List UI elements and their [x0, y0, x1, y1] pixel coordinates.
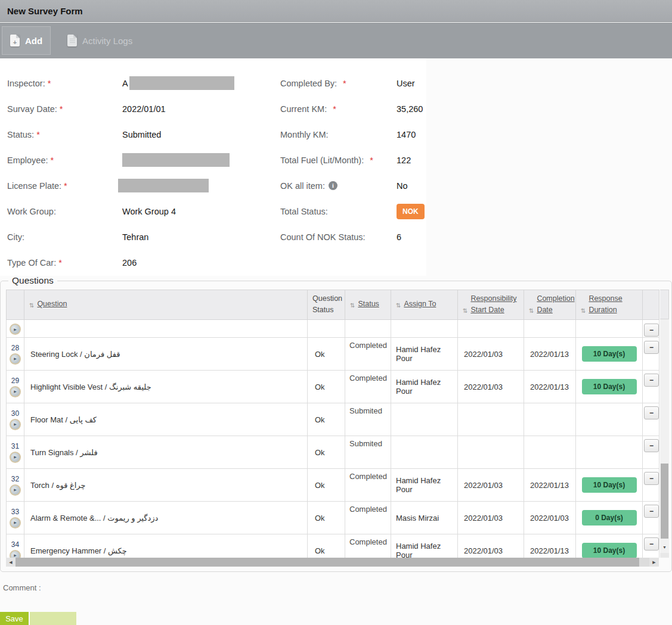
row-minus-button[interactable]: − [644, 472, 659, 485]
assign-to-cell: Hamid Hafez Pour [391, 534, 458, 558]
questions-table: ⇅Question Question Status ⇅Status ⇅Assig… [6, 290, 659, 558]
row-actions-cell: − [643, 371, 659, 403]
nok-status-badge: NOK [397, 204, 425, 219]
assign-to-cell: Hamid Hafez Pour [391, 338, 458, 371]
response-duration-badge[interactable]: 0 Day(s) [582, 510, 637, 526]
question-cell: Floor Mat / کف پایی [24, 403, 308, 436]
minus-icon: − [649, 540, 654, 548]
row-header-cell: 29 ▶ [7, 371, 24, 403]
vertical-scrollbar-thumb[interactable] [661, 464, 668, 539]
field-value: 122 [397, 156, 411, 165]
col-header-assign-to[interactable]: ⇅Assign To [391, 290, 458, 320]
sort-icon[interactable]: ⇅ [529, 307, 534, 315]
col-header-response-duration[interactable]: ⇅Response Duration [576, 290, 643, 320]
history-icon[interactable]: ▶ [10, 452, 21, 463]
scroll-down-arrow-icon[interactable]: ▼ [660, 541, 669, 553]
row-minus-button[interactable]: − [644, 341, 659, 354]
activity-logs-button[interactable]: Activity Logs [67, 26, 132, 55]
row-actions-cell: − [643, 338, 659, 371]
response-duration-cell: 10 Day(s) [576, 338, 643, 371]
row-minus-button[interactable]: − [644, 505, 659, 518]
scroll-left-arrow-icon[interactable]: ◀ [6, 558, 16, 567]
question-status-cell: Ok [308, 338, 345, 371]
required-asterisk: * [333, 104, 336, 114]
responsibility-start-date-cell [458, 436, 524, 469]
sort-icon[interactable]: ⇅ [581, 307, 586, 315]
info-icon[interactable]: i [329, 181, 337, 190]
sort-icon[interactable]: ⇅ [350, 301, 355, 310]
response-duration-badge[interactable]: 10 Day(s) [582, 477, 637, 493]
history-icon[interactable]: ▶ [10, 550, 21, 558]
history-icon[interactable]: ▶ [10, 353, 21, 365]
col-header-status[interactable]: ⇅Status [345, 290, 391, 320]
assign-to-cell: Hamid Hafez Pour [391, 371, 458, 403]
sort-icon[interactable]: ⇅ [463, 307, 467, 315]
row-number: 33 [7, 508, 24, 516]
row-actions-cell: − [643, 403, 659, 436]
row-number: 31 [7, 442, 24, 450]
play-icon: ▶ [14, 554, 17, 557]
vertical-scrollbar[interactable]: ▼ [660, 290, 669, 558]
row-minus-button[interactable]: − [644, 374, 659, 387]
field-label: Total Fuel (Lit/Month): [280, 156, 364, 165]
page-title-text: New Survey Form [7, 6, 83, 16]
field-value: 35,260 [397, 104, 423, 114]
horizontal-scrollbar[interactable]: ◀ ▶ [6, 558, 659, 567]
question-row: 29 ▶ Highlight Visible Vest / جلیقه شبرن… [7, 371, 659, 403]
redacted-value-box [118, 179, 209, 192]
history-icon[interactable]: ▶ [10, 484, 21, 496]
history-icon[interactable]: ▶ [10, 386, 21, 397]
row-header-cell: 28 ▶ [7, 338, 24, 371]
question-cell: Emergency Hammer / چکش [24, 534, 308, 558]
field-type-of-car: Type Of Car:* 206 [7, 250, 272, 275]
field-label: Monthly KM: [280, 130, 329, 139]
response-duration-badge[interactable]: 10 Day(s) [582, 379, 637, 394]
question-cell: Highlight Visible Vest / جلیقه شبرنگ [24, 371, 308, 403]
field-count-of-nok: Count Of NOK Status: 6 [280, 224, 426, 250]
question-cell: Alarm & Remote &... / دزدگیر و ریموت [24, 502, 308, 534]
vertical-scrollbar-track[interactable] [660, 319, 669, 541]
history-icon[interactable]: ▶ [10, 419, 21, 430]
horizontal-scrollbar-thumb[interactable] [16, 558, 639, 567]
field-label: Type Of Car: [7, 258, 56, 268]
col-header-completion-date[interactable]: ⇅Completion Date [524, 290, 576, 320]
question-cell: Steering Lock / قفل فرمان [24, 338, 308, 371]
response-duration-badge[interactable]: 10 Day(s) [582, 346, 637, 362]
save-button[interactable]: Save [0, 612, 29, 625]
question-status-cell [308, 320, 345, 338]
field-value: 1470 [397, 130, 416, 139]
completion-date-cell: 2022/01/13 [524, 469, 576, 502]
response-duration-cell: 10 Day(s) [576, 371, 643, 403]
row-minus-button[interactable]: − [644, 324, 659, 337]
sort-icon[interactable]: ⇅ [29, 301, 34, 310]
col-header-question[interactable]: ⇅Question [24, 290, 308, 320]
field-label: OK all item: [280, 181, 325, 191]
minus-icon: − [649, 475, 654, 482]
col-header-responsibility-start-date[interactable]: ⇅Responsibility Start Date [458, 290, 524, 320]
status-cell: Submited [345, 436, 391, 469]
history-icon[interactable]: ▶ [10, 517, 21, 528]
history-icon[interactable]: ▶ [10, 324, 21, 335]
page-title: New Survey Form [0, 0, 672, 22]
row-minus-button[interactable]: − [644, 537, 659, 551]
completion-date-cell: 2022/01/13 [524, 338, 576, 371]
questions-tbody: ▶ − 28 ▶ Steering Lock / قفل فرمان Ok Co… [7, 320, 659, 558]
field-label: Inspector: [7, 79, 45, 88]
minus-icon: − [649, 409, 654, 416]
row-minus-button[interactable]: − [644, 406, 659, 419]
row-minus-button[interactable]: − [644, 439, 659, 452]
field-total-status: Total Status: NOK [280, 198, 426, 224]
required-asterisk: * [48, 79, 51, 88]
field-label: Survay Date: [7, 104, 57, 114]
completion-date-cell: 2022/01/03 [524, 502, 576, 534]
field-inspector: Inspector:* A [7, 70, 272, 96]
status-cell: Completed [345, 534, 391, 558]
required-asterisk: * [64, 181, 67, 191]
question-status-cell: Ok [308, 469, 345, 502]
row-number: 29 [7, 377, 24, 385]
scroll-right-arrow-icon[interactable]: ▶ [649, 558, 659, 567]
add-button[interactable]: + Add [2, 26, 51, 55]
sort-icon[interactable]: ⇅ [396, 301, 401, 310]
field-value [122, 153, 230, 167]
response-duration-badge[interactable]: 10 Day(s) [582, 543, 637, 558]
